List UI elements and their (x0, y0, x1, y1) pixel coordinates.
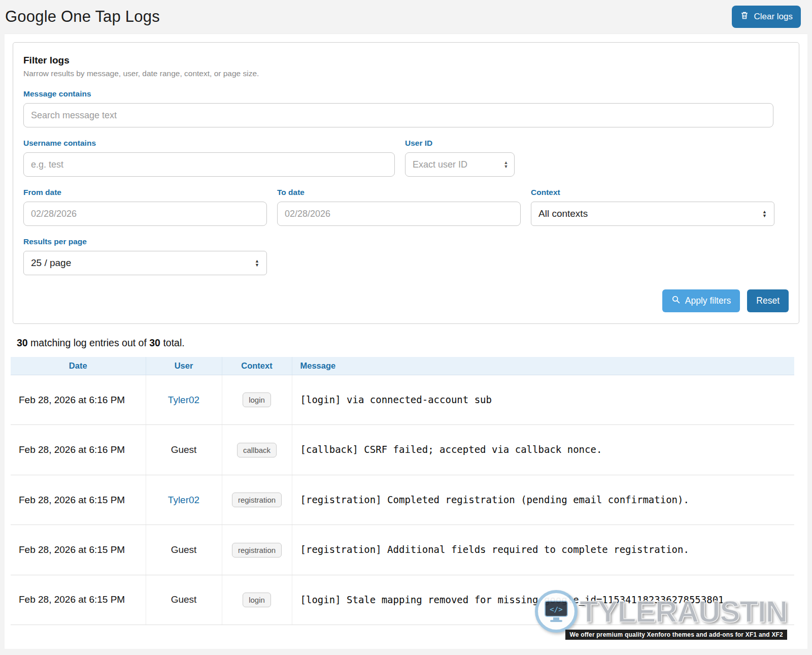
log-message: [login] via connected-account sub (292, 375, 794, 425)
apply-filters-label: Apply filters (685, 296, 731, 306)
log-date: Feb 28, 2026 at 6:16 PM (11, 425, 146, 475)
page-title: Google One Tap Logs (5, 8, 160, 26)
column-header-date: Date (11, 357, 146, 375)
filter-subtitle: Narrow results by message, user, date ra… (23, 69, 789, 78)
log-user: Guest (146, 525, 222, 575)
message-contains-input[interactable] (23, 103, 773, 127)
reset-button[interactable]: Reset (747, 289, 789, 312)
context-badge: callback (237, 443, 277, 457)
from-date-input[interactable] (23, 202, 267, 226)
table-row: Feb 28, 2026 at 6:15 PM Guest registrati… (11, 525, 794, 575)
clear-logs-button[interactable]: Clear logs (732, 6, 801, 28)
to-date-label: To date (277, 188, 521, 197)
table-row: Feb 28, 2026 at 6:16 PM Tyler02 login [l… (11, 375, 794, 425)
filter-panel: Filter logs Narrow results by message, u… (13, 42, 799, 324)
log-user: Guest (146, 575, 222, 625)
search-icon (671, 295, 681, 307)
context-label: Context (531, 188, 774, 197)
log-context: registration (222, 525, 292, 575)
from-date-label: From date (23, 188, 267, 197)
user-id-label: User ID (405, 139, 515, 148)
log-message: [login] Stale mapping removed for missin… (292, 575, 794, 625)
log-user-link[interactable]: Tyler02 (146, 375, 222, 425)
log-message: [registration] Completed registration (p… (292, 475, 794, 525)
log-message: [registration] Additional fields require… (292, 525, 794, 575)
table-row: Feb 28, 2026 at 6:15 PM Tyler02 registra… (11, 475, 794, 525)
log-user: Guest (146, 425, 222, 475)
main-panel: Filter logs Narrow results by message, u… (5, 34, 807, 649)
select-caret-icon: ▲▼ (762, 210, 767, 218)
watermark-tagline: We offer premium quality Xenforo themes … (565, 630, 787, 640)
user-id-input[interactable] (405, 152, 515, 177)
table-row: Feb 28, 2026 at 6:16 PM Guest callback [… (11, 425, 794, 475)
log-date: Feb 28, 2026 at 6:15 PM (11, 575, 146, 625)
log-context: registration (222, 475, 292, 525)
filter-title: Filter logs (23, 55, 789, 66)
context-badge: registration (232, 493, 282, 507)
to-date-input[interactable] (277, 202, 521, 226)
results-per-page-value: 25 / page (31, 257, 71, 269)
message-contains-label: Message contains (23, 89, 789, 99)
context-badge: login (243, 593, 271, 607)
log-context: callback (222, 425, 292, 475)
page-header: Google One Tap Logs Clear logs (0, 0, 812, 34)
context-badge: login (243, 392, 271, 407)
username-contains-input[interactable] (23, 152, 395, 177)
select-caret-icon: ▲▼ (255, 259, 259, 267)
results-per-page-select[interactable]: 25 / page ▲▼ (23, 251, 267, 275)
username-contains-label: Username contains (23, 139, 395, 148)
context-select-value: All contexts (538, 208, 588, 219)
column-header-message: Message (292, 357, 794, 375)
column-header-user: User (146, 357, 222, 375)
log-user-link[interactable]: Tyler02 (146, 475, 222, 525)
context-select[interactable]: All contexts ▲▼ (531, 202, 774, 226)
log-date: Feb 28, 2026 at 6:15 PM (11, 475, 146, 525)
log-context: login (222, 575, 292, 625)
results-summary: 30 matching log entries out of 30 total. (17, 337, 795, 349)
results-per-page-label: Results per page (23, 237, 789, 246)
log-context: login (222, 375, 292, 425)
log-message: [callback] CSRF failed; accepted via cal… (292, 425, 794, 475)
log-table: Date User Context Message Feb 28, 2026 a… (11, 357, 794, 625)
number-stepper-icon[interactable]: ▲▼ (502, 158, 510, 171)
context-badge: registration (232, 543, 282, 558)
trash-icon (740, 11, 749, 23)
log-date: Feb 28, 2026 at 6:15 PM (11, 525, 146, 575)
table-header-row: Date User Context Message (11, 357, 794, 375)
column-header-context: Context (222, 357, 292, 375)
table-row: Feb 28, 2026 at 6:15 PM Guest login [log… (11, 575, 794, 625)
clear-logs-label: Clear logs (754, 12, 793, 22)
log-date: Feb 28, 2026 at 6:16 PM (11, 375, 146, 425)
apply-filters-button[interactable]: Apply filters (662, 289, 740, 312)
